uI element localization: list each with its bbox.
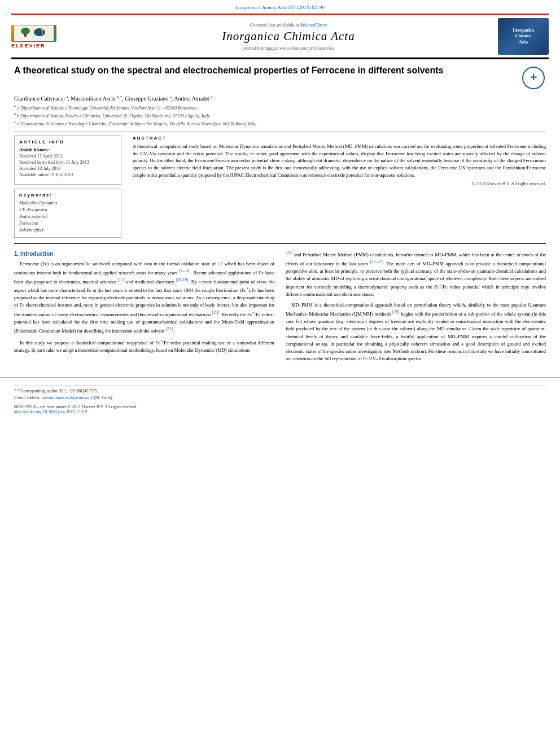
header-inner: ELSEVIER Contents lists available at Sci…	[11, 14, 549, 58]
footer-issn: 0020-1693/$ – see front matter © 2013 El…	[14, 404, 137, 409]
abstract-section: ABSTRACT A theoretical–computational stu…	[133, 136, 546, 186]
abstract-col: ABSTRACT A theoretical–computational stu…	[133, 136, 546, 238]
author-sup-a: a	[66, 95, 68, 99]
header-left: ELSEVIER	[11, 25, 85, 49]
authors-line: Gianfranco Cattenacci a, Massimiliano As…	[14, 95, 546, 102]
footer-doi[interactable]: http://dx.doi.org/10.1016/j.ica.2013.07.…	[14, 409, 546, 414]
abstract-text: A theoretical–computational study based …	[133, 143, 546, 179]
intro-para-2: In this study we propose a theoretical-c…	[14, 338, 274, 354]
cite-18-19[interactable]: [18,19]	[176, 277, 189, 282]
affil-divider	[14, 132, 546, 132]
intro-para-4: MD–PMM is a theoretical-computational ap…	[286, 302, 546, 362]
journal-ref: Inorganica Chimica Acta 407 (2013) 82–90	[11, 5, 549, 10]
crossmark[interactable]: ✛	[520, 65, 546, 90]
author-sup-a2: a	[170, 95, 172, 99]
crossmark-circle: ✛	[522, 67, 545, 89]
keywords-label: Keywords:	[19, 193, 116, 198]
affiliations: a a Dipartimento di Scienze e Tecnologie…	[14, 104, 546, 127]
cite-17[interactable]: [17]	[117, 277, 125, 282]
elsevier-logo-image	[11, 25, 56, 42]
affil-a: a a Dipartimento di Scienze e Tecnologie…	[14, 104, 546, 111]
logo-title: InorganicaChimicaActa	[513, 28, 533, 45]
body-col-left: 1. Introduction Ferrocene (Fc) is an org…	[14, 250, 274, 366]
star-note: * * Corresponding author. Tel.: +39 0862…	[14, 388, 546, 395]
article-content: A theoretical study on the spectral and …	[0, 59, 560, 372]
section-1-heading: 1. Introduction	[14, 250, 274, 259]
science-direct-line: Contents lists available at ScienceDirec…	[85, 22, 492, 28]
cite-20[interactable]: [20]	[212, 310, 220, 315]
email-note: E-mail address: massimiliano.aschi@univa…	[14, 395, 546, 401]
section-divider	[14, 243, 546, 244]
journal-header: Inorganica Chimica Acta 407 (2013) 82–90	[0, 0, 560, 58]
received-revised-line: Received in revised form 11 July 2013	[19, 159, 116, 165]
cite-1-16[interactable]: [1–16]	[179, 268, 190, 273]
abstract-label: ABSTRACT	[133, 136, 546, 141]
keyword-1: Molecular Dynamics	[19, 200, 116, 207]
keywords-section: Keywords: Molecular Dynamics UV–Vis spec…	[14, 189, 121, 238]
author-sup-c: c	[211, 95, 213, 99]
email-label: E-mail address:	[14, 395, 41, 400]
available-line: Available online 19 July 2013	[19, 172, 116, 178]
cite-22[interactable]: [22]	[286, 250, 293, 255]
article-info-section: ARTICLE INFO Article history: Received 1…	[14, 136, 121, 185]
keyword-5: Solvent effect	[19, 227, 116, 234]
copyright-line: © 2013 Elsevier B.V. All rights reserved…	[133, 181, 546, 186]
article-title: A theoretical study on the spectral and …	[14, 65, 515, 77]
keyword-2: UV–Vis spectra	[19, 207, 116, 213]
keyword-3: Redox potential	[19, 213, 116, 220]
svg-rect-2	[24, 33, 27, 37]
affil-c: c c Dipartimento di Scienze e Tecnologie…	[14, 120, 546, 127]
accepted-line: Accepted 13 July 2013	[19, 165, 116, 172]
elsevier-logo: ELSEVIER	[11, 25, 56, 49]
article-footer: * * Corresponding author. Tel.: +39 0862…	[0, 377, 560, 417]
history-title: Article history:	[19, 147, 116, 152]
footer-divider	[14, 386, 546, 386]
article-history: Article history: Received 17 April 2013 …	[19, 147, 116, 178]
svg-rect-0	[14, 25, 54, 41]
article-title-section: A theoretical study on the spectral and …	[14, 65, 546, 90]
footer-bottom: 0020-1693/$ – see front matter © 2013 El…	[14, 404, 546, 409]
intro-para-1: Ferrocene (Fc) is an organometallic sand…	[14, 260, 274, 335]
body-col-right: [22] and Perturbed Matrix Method (PMM) c…	[286, 250, 546, 366]
keyword-4: Ferrocene	[19, 220, 116, 227]
cite-28[interactable]: [28]	[392, 309, 400, 314]
doi-link[interactable]: http://dx.doi.org/10.1016/j.ica.2013.07.…	[14, 409, 87, 414]
email-person: (M. Aschi).	[94, 395, 113, 400]
journal-homepage: journal homepage: www.elsevier.com/locat…	[85, 45, 492, 51]
body-content: 1. Introduction Ferrocene (Fc) is an org…	[14, 250, 546, 366]
contents-text: Contents lists available at	[250, 22, 299, 28]
article-info-col: ARTICLE INFO Article history: Received 1…	[14, 136, 121, 238]
svg-point-3	[34, 28, 45, 36]
header-center: Contents lists available at ScienceDirec…	[85, 22, 492, 51]
crossmark-icon: ✛	[530, 73, 537, 82]
header-right: InorganicaChimicaActa	[492, 18, 549, 55]
elsevier-text-label: ELSEVIER	[11, 43, 46, 49]
cite-23-27[interactable]: [23–27]	[370, 259, 383, 264]
journal-logo-box: InorganicaChimicaActa	[498, 18, 549, 55]
email-link[interactable]: massimiliano.aschi@univaq.it	[42, 395, 93, 400]
intro-para-3: [22] and Perturbed Matrix Method (PMM) c…	[286, 250, 546, 299]
science-direct-link[interactable]: ScienceDirect	[300, 22, 327, 28]
affil-b: b b Dipartimento di Scienze Fisiche e Ch…	[14, 112, 546, 119]
received-line: Received 17 April 2013	[19, 153, 116, 159]
page: Inorganica Chimica Acta 407 (2013) 82–90	[0, 0, 560, 747]
svg-point-4	[41, 29, 43, 31]
journal-title-main: Inorganica Chimica Acta	[85, 29, 492, 43]
cite-21[interactable]: [21]	[165, 326, 173, 331]
info-abstract-cols: ARTICLE INFO Article history: Received 1…	[14, 136, 546, 238]
article-info-label: ARTICLE INFO	[19, 139, 116, 145]
